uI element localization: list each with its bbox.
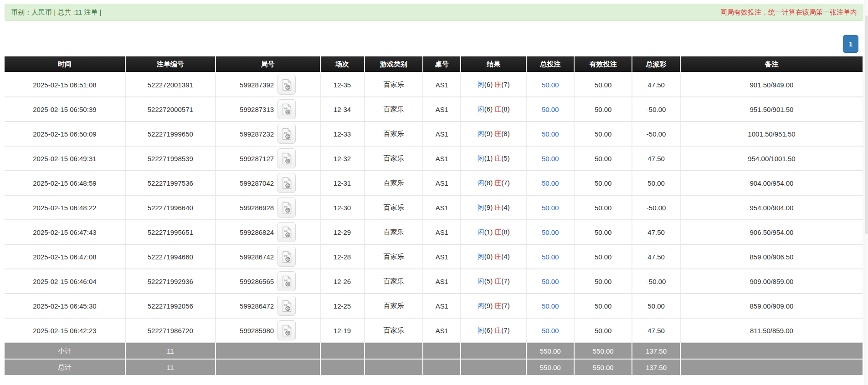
video-button[interactable] [277, 99, 296, 119]
cell-game-type: 百家乐 [365, 97, 423, 122]
col-header-total-bet: 总投注 [526, 56, 574, 72]
player-result-score: (1) [484, 228, 493, 236]
cell-remark: 901.50/949.00 [680, 72, 863, 97]
total-bet-link[interactable]: 50.00 [542, 204, 559, 212]
total-bet-link[interactable]: 50.00 [542, 302, 559, 310]
total-bet-link[interactable]: 50.00 [542, 106, 559, 113]
cell-valid-bet: 50.00 [574, 244, 632, 269]
player-result-score: (6) [484, 326, 493, 334]
total-bet-link[interactable]: 50.00 [542, 253, 559, 261]
banker-result-score: (7) [501, 326, 509, 334]
cell-session: 12-26 [320, 269, 365, 294]
cell-payout: 47.50 [632, 72, 680, 97]
player-result-score: (9) [484, 302, 493, 309]
sum-cell-remark [680, 343, 863, 359]
cell-valid-bet: 50.00 [574, 318, 632, 343]
cell-game-type: 百家乐 [365, 244, 423, 269]
player-result-score: (6) [484, 105, 493, 113]
video-button[interactable] [277, 320, 296, 340]
total-bet-link[interactable]: 50.00 [542, 155, 559, 162]
col-header-remark: 备注 [680, 56, 863, 72]
cell-game-type: 百家乐 [365, 146, 423, 171]
cell-session: 12-31 [320, 171, 365, 195]
col-header-bet-id: 注单编号 [125, 56, 216, 72]
video-button[interactable] [277, 296, 296, 316]
bet-record-row: 2025-02-15 06:50:09522271999650599287232… [5, 122, 863, 146]
cell-session: 12-28 [320, 244, 365, 269]
total-bet-link[interactable]: 50.00 [542, 278, 559, 285]
cell-total-bet: 50.00 [526, 146, 574, 171]
video-button[interactable] [277, 75, 296, 95]
cell-remark: 906.50/954.00 [680, 220, 863, 244]
banker-result-label: 庄 [494, 277, 501, 285]
cell-result: 闲(9) 庄(7) [461, 294, 526, 318]
cell-bet-id: 522271997536 [125, 171, 216, 195]
bet-record-row: 2025-02-15 06:50:39522272000571599287313… [5, 97, 863, 122]
banker-result-score: (8) [501, 130, 509, 137]
cell-session: 12-34 [320, 97, 365, 122]
video-button[interactable] [277, 271, 296, 291]
total-bet-link[interactable]: 50.00 [542, 81, 559, 89]
cell-bet-id: 522271998539 [125, 146, 216, 171]
pagination: 1 [843, 35, 858, 53]
col-header-round-id: 局号 [216, 56, 320, 72]
summary-row-total: 总计11550.00550.00137.50 [5, 359, 863, 375]
cell-round-id: 599287232 [216, 122, 320, 146]
video-button[interactable] [277, 247, 296, 267]
cell-time: 2025-02-15 06:50:39 [5, 97, 125, 122]
cell-payout: -50.00 [632, 269, 680, 294]
cell-time: 2025-02-15 06:48:22 [5, 195, 125, 220]
cell-total-bet: 50.00 [526, 195, 574, 220]
summary-row-subtotal: 小计11550.00550.00137.50 [5, 343, 863, 359]
sum-cell-total-bet: 550.00 [526, 359, 574, 375]
cell-time: 2025-02-15 06:42:23 [5, 318, 125, 343]
video-file-icon [281, 152, 292, 165]
sum-cell-session [320, 343, 365, 359]
col-header-game-type: 游戏类别 [365, 56, 423, 72]
cell-valid-bet: 50.00 [574, 146, 632, 171]
total-bet-link[interactable]: 50.00 [542, 228, 559, 236]
video-button[interactable] [277, 173, 296, 193]
total-bet-link[interactable]: 50.00 [542, 130, 559, 138]
cell-result: 闲(6) 庄(7) [461, 72, 526, 97]
video-file-icon [281, 300, 292, 312]
sum-cell-game-type [365, 359, 423, 375]
video-button[interactable] [277, 148, 296, 168]
cell-total-bet: 50.00 [526, 269, 574, 294]
bet-record-row: 2025-02-15 06:49:31522271998539599287127… [5, 146, 863, 171]
col-header-payout: 总派彩 [632, 56, 680, 72]
cell-valid-bet: 50.00 [574, 220, 632, 244]
total-bet-link[interactable]: 50.00 [542, 327, 559, 334]
player-result-label: 闲 [478, 253, 484, 260]
cell-payout: 47.50 [632, 244, 680, 269]
round-id-text: 599285980 [240, 327, 274, 334]
banker-result-score: (4) [501, 253, 509, 260]
cell-round-id: 599287313 [216, 97, 320, 122]
cell-table-id: AS1 [423, 269, 461, 294]
video-button[interactable] [277, 124, 296, 144]
cell-result: 闲(1) 庄(8) [461, 220, 526, 244]
cell-game-type: 百家乐 [365, 122, 423, 146]
cell-bet-id: 522271992936 [125, 269, 216, 294]
cell-result: 闲(8) 庄(7) [461, 171, 526, 195]
banker-result-score: (7) [501, 179, 509, 187]
cell-remark: 951.50/901.50 [680, 97, 863, 122]
cell-remark: 1001.50/951.50 [680, 122, 863, 146]
sum-cell-round-id [216, 343, 320, 359]
cell-payout: 47.50 [632, 318, 680, 343]
bet-record-row: 2025-02-15 06:48:22522271996640599286928… [5, 195, 863, 220]
banker-result-label: 庄 [494, 130, 501, 137]
notice-text: 同局有效投注，统一计算在该局第一张注单内 [720, 8, 857, 17]
scrollbar-track[interactable] [864, 0, 868, 385]
scrollbar-thumb[interactable] [865, 15, 868, 234]
player-result-score: (5) [484, 277, 493, 285]
video-button[interactable] [277, 198, 296, 218]
pagination-page-1-button[interactable]: 1 [843, 35, 858, 53]
round-id-text: 599287313 [240, 106, 274, 113]
cell-payout: 50.00 [632, 294, 680, 318]
cell-remark: 904.00/954.00 [680, 171, 863, 195]
cell-table-id: AS1 [423, 97, 461, 122]
video-button[interactable] [277, 222, 296, 242]
total-bet-link[interactable]: 50.00 [542, 179, 559, 187]
cell-table-id: AS1 [423, 72, 461, 97]
